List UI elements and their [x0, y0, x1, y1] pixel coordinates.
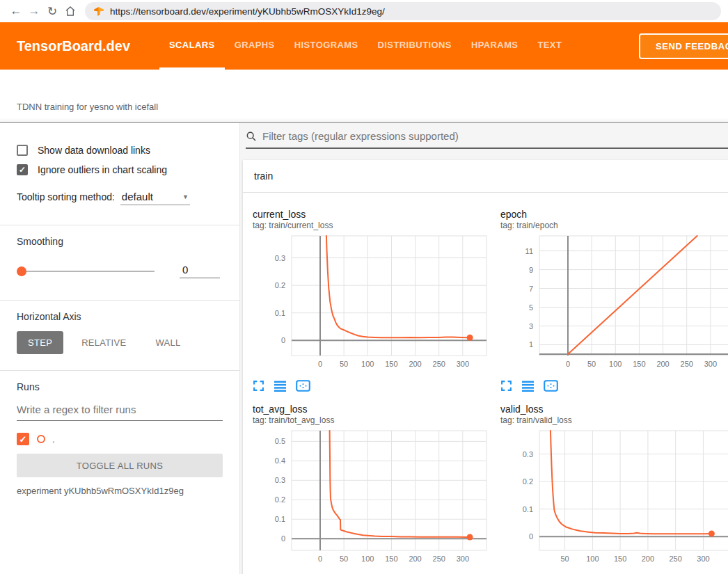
tooltip-sorting-value: default	[122, 191, 153, 202]
svg-text:200: 200	[642, 555, 654, 563]
tooltip-sorting-label: Tooltip sorting method:	[17, 191, 115, 205]
svg-text:0: 0	[281, 534, 285, 543]
svg-text:0.1: 0.1	[275, 515, 285, 523]
valid-loss-chart[interactable]: 5010015020025030000.10.20.3	[500, 426, 728, 563]
fit-domain-icon[interactable]	[544, 380, 558, 392]
charts-grid: current_loss tag: train/current_loss 050…	[243, 193, 728, 574]
horizontal-lines-icon[interactable]	[274, 380, 287, 392]
svg-text:150: 150	[633, 360, 645, 368]
ignore-outliers-label: Ignore outliers in chart scaling	[38, 164, 167, 175]
svg-text:0.2: 0.2	[275, 495, 285, 504]
smoothing-slider-row	[17, 264, 223, 278]
settings-sidebar: Show data download links ✓ Ignore outlie…	[0, 123, 240, 574]
axis-relative-button[interactable]: RELATIVE	[70, 331, 137, 354]
tag-filter-row	[246, 130, 728, 149]
scalars-dashboard: train current_loss tag: train/current_lo…	[240, 123, 728, 574]
search-icon	[246, 131, 257, 142]
svg-text:50: 50	[340, 555, 348, 563]
svg-text:9: 9	[529, 266, 533, 274]
address-bar[interactable]: https://tensorboard.dev/experiment/yKUbh…	[85, 2, 721, 20]
run-list-item[interactable]: ✓ .	[17, 431, 223, 447]
svg-text:300: 300	[457, 555, 469, 563]
svg-text:200: 200	[656, 360, 669, 368]
svg-text:0.3: 0.3	[275, 254, 285, 262]
divider	[0, 225, 239, 225]
tensorboard-logo[interactable]: TensorBoard.dev	[0, 22, 130, 70]
svg-text:0: 0	[318, 360, 322, 368]
svg-text:200: 200	[409, 360, 421, 368]
svg-text:250: 250	[670, 555, 682, 563]
fit-domain-icon[interactable]	[296, 380, 310, 392]
show-download-links-checkbox[interactable]	[17, 145, 28, 156]
horizontal-lines-icon[interactable]	[521, 380, 535, 392]
svg-text:0.2: 0.2	[523, 477, 533, 486]
svg-text:0: 0	[529, 532, 533, 541]
tag-filter-input[interactable]	[262, 130, 728, 142]
svg-text:100: 100	[361, 360, 374, 368]
run-color-swatch	[37, 435, 45, 443]
divider	[0, 370, 239, 371]
tab-graphs[interactable]: GRAPHS	[225, 22, 285, 70]
chart-tag: tag: train/tot_avg_loss	[253, 415, 491, 426]
back-icon[interactable]: ←	[7, 2, 25, 20]
train-section-card: train current_loss tag: train/current_lo…	[243, 160, 728, 574]
current-loss-chart[interactable]: 05010015020025030000.10.20.3	[253, 232, 491, 368]
chart-title: current_loss	[253, 208, 491, 221]
train-section-header[interactable]: train	[243, 160, 728, 193]
chevron-down-icon: ▼	[182, 193, 189, 200]
svg-text:0: 0	[281, 336, 285, 344]
axis-wall-button[interactable]: WALL	[144, 331, 191, 354]
reload-icon[interactable]: ↻	[43, 2, 61, 20]
svg-text:100: 100	[609, 360, 622, 368]
svg-text:5: 5	[529, 303, 533, 312]
tab-distributions[interactable]: DISTRIBUTIONS	[368, 22, 461, 70]
chart-title: epoch	[500, 208, 728, 221]
svg-text:300: 300	[697, 555, 709, 563]
epoch-chart[interactable]: 0501001502002503001357911	[500, 232, 728, 368]
svg-text:200: 200	[409, 555, 421, 563]
chart-tag: tag: train/valid_loss	[500, 415, 728, 426]
tab-text[interactable]: TEXT	[528, 22, 571, 70]
send-feedback-button[interactable]: SEND FEEDBACK	[639, 33, 728, 59]
fullscreen-icon[interactable]	[500, 380, 512, 392]
axis-step-button[interactable]: STEP	[17, 331, 63, 354]
svg-text:0: 0	[566, 360, 570, 368]
runs-regex-input[interactable]	[17, 404, 223, 421]
fullscreen-icon[interactable]	[253, 380, 264, 392]
show-download-links-row[interactable]: Show data download links	[17, 141, 223, 159]
toggle-all-runs-button[interactable]: TOGGLE ALL RUNS	[17, 454, 223, 477]
home-icon[interactable]	[61, 2, 79, 20]
svg-text:100: 100	[586, 555, 599, 563]
smoothing-slider[interactable]	[18, 271, 155, 272]
ignore-outliers-row[interactable]: ✓ Ignore outliers in chart scaling	[17, 161, 223, 179]
chart-tag: tag: train/epoch	[500, 221, 728, 231]
tab-scalars[interactable]: SCALARS	[159, 22, 225, 70]
tooltip-sorting-select[interactable]: default ▼	[120, 191, 190, 205]
tab-histograms[interactable]: HISTOGRAMS	[285, 22, 368, 70]
svg-text:250: 250	[433, 360, 445, 368]
home-icon-glyph	[65, 6, 76, 17]
url-text: https://tensorboard.dev/experiment/yKUbh…	[110, 6, 385, 17]
tab-hparams[interactable]: HPARAMS	[461, 22, 528, 70]
svg-text:300: 300	[704, 360, 717, 368]
chart-tag: tag: train/current_loss	[253, 221, 491, 231]
experiment-id: experiment yKUbhb5wRmOSXYkId1z9eg	[17, 486, 223, 496]
svg-text:300: 300	[457, 360, 469, 368]
tot-avg-loss-chart[interactable]: 05010015020025030000.10.20.30.40.5	[253, 426, 491, 563]
smoothing-value-input[interactable]	[180, 264, 220, 278]
smoothing-slider-thumb[interactable]	[17, 266, 26, 276]
ignore-outliers-checkbox[interactable]: ✓	[17, 164, 28, 175]
chart-card-epoch: epoch tag: train/epoch 05010015020025030…	[500, 208, 728, 393]
smoothing-label: Smoothing	[17, 236, 223, 247]
svg-text:50: 50	[560, 555, 569, 563]
chart-card-tot-avg-loss: tot_avg_loss tag: train/tot_avg_loss 050…	[253, 403, 491, 574]
tooltip-sorting-row: Tooltip sorting method: default ▼	[17, 191, 223, 205]
chart-actions	[500, 378, 728, 393]
run-checkbox[interactable]: ✓	[17, 433, 29, 445]
svg-text:150: 150	[385, 360, 397, 368]
horizontal-axis-buttons: STEP RELATIVE WALL	[17, 331, 223, 354]
svg-text:0.4: 0.4	[275, 456, 285, 465]
svg-text:0.2: 0.2	[275, 281, 285, 289]
forward-icon[interactable]: →	[25, 2, 43, 20]
chart-title: tot_avg_loss	[253, 403, 491, 415]
